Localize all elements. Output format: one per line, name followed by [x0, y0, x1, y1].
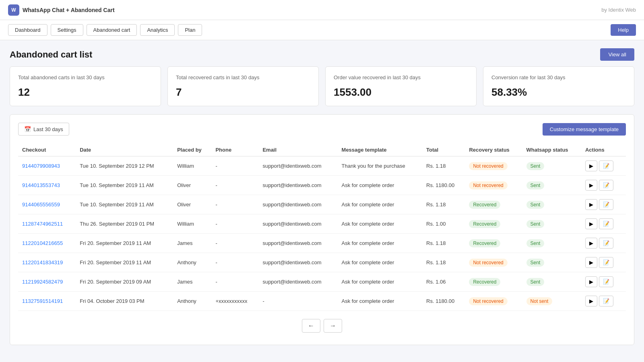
whatsapp-status-badge: Sent: [526, 220, 545, 228]
edit-action-button[interactable]: 📝: [599, 218, 613, 229]
col-placed-by: Placed by: [173, 144, 211, 156]
send-action-button[interactable]: ▶: [585, 296, 597, 306]
col-whatsapp-status: Whatsapp status: [522, 144, 581, 156]
cell-recovery-status: Not recovered: [465, 156, 522, 176]
cell-message-template: Thank you for the purchase: [338, 156, 422, 176]
checkout-link[interactable]: 9144013553743: [22, 182, 60, 188]
cell-message-template: Ask for complete order: [338, 195, 422, 214]
cell-message-template: Ask for complete order: [338, 292, 422, 311]
customize-template-button[interactable]: Customize message template: [543, 123, 626, 136]
table-body: 9144079908943Tue 10. September 2019 12 P…: [18, 156, 626, 311]
edit-action-button[interactable]: 📝: [599, 296, 613, 306]
checkout-link[interactable]: 11327591514191: [22, 298, 63, 304]
tab-analytics[interactable]: Analytics: [140, 24, 175, 36]
next-page-button[interactable]: →: [324, 319, 342, 333]
stat-value-recovered: 7: [176, 86, 310, 99]
whatsapp-status-badge: Sent: [526, 201, 545, 209]
help-button[interactable]: Help: [611, 24, 636, 36]
col-actions: Actions: [581, 144, 626, 156]
cell-date: Thu 26. September 2019 01 PM: [76, 214, 173, 234]
whatsapp-status-badge: Sent: [526, 181, 545, 189]
toolbar: 📅 Last 30 days Customize message templat…: [18, 123, 626, 136]
carts-table: Checkout Date Placed by Phone Email Mess…: [18, 144, 626, 311]
edit-action-button[interactable]: 📝: [599, 257, 613, 268]
cell-placed-by: Oliver: [173, 195, 211, 214]
cell-actions: ▶📝: [581, 253, 626, 272]
cell-checkout: 9144065556559: [18, 195, 76, 214]
edit-action-button[interactable]: 📝: [599, 276, 613, 287]
edit-action-button[interactable]: 📝: [599, 199, 613, 210]
tab-settings[interactable]: Settings: [51, 24, 83, 36]
send-action-button[interactable]: ▶: [585, 218, 597, 229]
page-title: Abandoned cart list: [10, 49, 92, 60]
recovery-status-badge: Recovered: [469, 201, 500, 209]
cell-actions: ▶📝: [581, 292, 626, 311]
table-row: 11287474962511Thu 26. September 2019 01 …: [18, 214, 626, 234]
cell-total: Rs. 1.18: [422, 234, 465, 253]
checkout-link[interactable]: 9144065556559: [22, 202, 60, 208]
cell-recovery-status: Recovered: [465, 272, 522, 292]
cell-placed-by: William: [173, 156, 211, 176]
cell-checkout: 11220141834319: [18, 253, 76, 272]
cell-recovery-status: Recovered: [465, 234, 522, 253]
stat-card-recovered: Total recovered carts in last 30 days 7: [167, 66, 319, 106]
stats-row: Total abandoned carts in last 30 days 12…: [0, 66, 644, 114]
send-action-button[interactable]: ▶: [585, 199, 597, 210]
table-row: 11219924582479Fri 20. September 2019 09 …: [18, 272, 626, 292]
cell-whatsapp-status: Sent: [522, 253, 581, 272]
checkout-link[interactable]: 9144079908943: [22, 163, 60, 169]
cell-recovery-status: Recovered: [465, 214, 522, 234]
cell-actions: ▶📝: [581, 195, 626, 214]
prev-page-button[interactable]: ←: [302, 319, 320, 333]
send-action-button[interactable]: ▶: [585, 238, 597, 249]
tab-dashboard[interactable]: Dashboard: [8, 24, 47, 36]
cell-whatsapp-status: Sent: [522, 234, 581, 253]
tab-abandoned-cart[interactable]: Abandoned cart: [87, 24, 137, 36]
send-action-button[interactable]: ▶: [585, 257, 597, 268]
col-total: Total: [422, 144, 465, 156]
edit-action-button[interactable]: 📝: [599, 160, 613, 171]
col-message-template: Message template: [338, 144, 422, 156]
view-all-button[interactable]: View all: [600, 48, 634, 61]
pagination: ← →: [18, 311, 626, 337]
col-checkout: Checkout: [18, 144, 76, 156]
cell-message-template: Ask for complete order: [338, 214, 422, 234]
table-row: 9144079908943Tue 10. September 2019 12 P…: [18, 156, 626, 176]
tab-plan[interactable]: Plan: [178, 24, 202, 36]
cell-message-template: Ask for complete order: [338, 272, 422, 292]
stat-value-conversion: 58.33%: [491, 86, 626, 99]
cell-placed-by: James: [173, 234, 211, 253]
cell-checkout: 11287474962511: [18, 214, 76, 234]
checkout-link[interactable]: 11287474962511: [22, 221, 63, 227]
checkout-link[interactable]: 11220141834319: [22, 259, 63, 265]
cell-total: Rs. 1180.00: [422, 176, 465, 195]
send-action-button[interactable]: ▶: [585, 276, 597, 287]
page-header: Abandoned cart list View all: [0, 40, 644, 66]
recovery-status-badge: Not recovered: [469, 297, 507, 305]
calendar-icon: 📅: [24, 126, 31, 132]
app-logo: W WhatsApp Chat + Abandoned Cart: [8, 4, 601, 16]
cell-recovery-status: Not recovered: [465, 176, 522, 195]
send-action-button[interactable]: ▶: [585, 180, 597, 191]
cell-date: Fri 04. October 2019 03 PM: [76, 292, 173, 311]
cell-whatsapp-status: Sent: [522, 195, 581, 214]
checkout-link[interactable]: 11220104216655: [22, 240, 63, 246]
cell-whatsapp-status: Sent: [522, 156, 581, 176]
stat-card-abandoned: Total abandoned carts in last 30 days 12: [10, 66, 161, 106]
cell-phone: +xxxxxxxxxxx: [211, 292, 258, 311]
cell-recovery-status: Recovered: [465, 195, 522, 214]
col-phone: Phone: [211, 144, 258, 156]
edit-action-button[interactable]: 📝: [599, 238, 613, 249]
cell-actions: ▶📝: [581, 156, 626, 176]
cell-total: Rs. 1.18: [422, 253, 465, 272]
cell-email: support@identixweb.com: [258, 272, 337, 292]
edit-action-button[interactable]: 📝: [599, 180, 613, 191]
table-row: 11327591514191Fri 04. October 2019 03 PM…: [18, 292, 626, 311]
app-name: WhatsApp Chat + Abandoned Cart: [23, 7, 115, 13]
date-filter-button[interactable]: 📅 Last 30 days: [18, 123, 69, 136]
stat-label-conversion: Conversion rate for last 30 days: [491, 74, 626, 81]
table-row: 9144065556559Tue 10. September 2019 11 A…: [18, 195, 626, 214]
send-action-button[interactable]: ▶: [585, 160, 597, 171]
checkout-link[interactable]: 11219924582479: [22, 279, 63, 285]
cell-placed-by: William: [173, 214, 211, 234]
